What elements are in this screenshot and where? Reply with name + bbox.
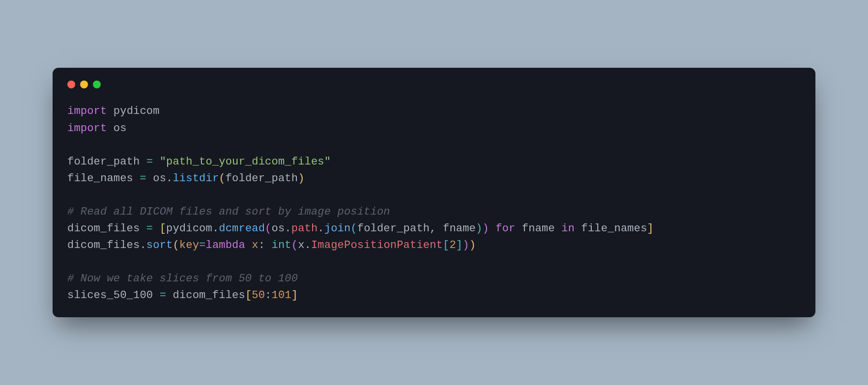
paren-open: ( bbox=[173, 239, 179, 251]
comment: # Read all DICOM files and sort by image… bbox=[67, 206, 390, 218]
traffic-lights bbox=[67, 81, 801, 88]
operator-equals: = bbox=[146, 222, 153, 235]
colon: : bbox=[265, 289, 271, 302]
bracket-close: ] bbox=[291, 289, 298, 302]
ident-dicom-files: dicom_files bbox=[166, 289, 245, 302]
colon: : bbox=[259, 239, 272, 251]
dot: . bbox=[166, 172, 173, 185]
code-block[interactable]: import pydicom import os folder_path = "… bbox=[67, 103, 801, 304]
attr-imageposition: ImagePositionPatient bbox=[311, 239, 443, 251]
dot: . bbox=[318, 222, 324, 235]
ident-pydicom: pydicom bbox=[166, 222, 212, 235]
module-pydicom: pydicom bbox=[114, 105, 160, 117]
arg-fname: fname bbox=[443, 222, 476, 235]
paren-open: ( bbox=[219, 172, 225, 185]
paren-open: ( bbox=[265, 222, 271, 235]
dot: . bbox=[212, 222, 219, 235]
paren-close: ) bbox=[298, 172, 304, 185]
ident-file-names: file_names bbox=[575, 222, 647, 235]
func-sort: sort bbox=[146, 239, 173, 251]
number-101: 101 bbox=[272, 289, 291, 302]
ident-os: os bbox=[272, 222, 285, 235]
var-dicom-files: dicom_files bbox=[67, 239, 140, 251]
param-key: key bbox=[179, 239, 199, 251]
bracket-open: [ bbox=[245, 289, 252, 302]
comment: # Now we take slices from 50 to 100 bbox=[67, 273, 298, 285]
number-2: 2 bbox=[449, 239, 456, 251]
module-os: os bbox=[114, 122, 127, 135]
minimize-icon[interactable] bbox=[80, 81, 88, 88]
var-file-names: file_names bbox=[67, 172, 140, 185]
ident-fname: fname bbox=[515, 222, 561, 235]
paren-close: ) bbox=[469, 239, 476, 251]
ident-x: x bbox=[298, 239, 304, 251]
keyword-for: for bbox=[495, 222, 515, 235]
bracket-open: [ bbox=[160, 222, 166, 235]
var-dicom-files: dicom_files bbox=[67, 222, 146, 235]
code-window: import pydicom import os folder_path = "… bbox=[53, 68, 815, 317]
maximize-icon[interactable] bbox=[93, 81, 101, 88]
keyword-lambda: lambda bbox=[205, 239, 245, 251]
keyword-import: import bbox=[67, 105, 107, 117]
comma: , bbox=[430, 222, 443, 235]
keyword-import: import bbox=[67, 122, 107, 135]
bracket-open: [ bbox=[443, 239, 449, 251]
attr-path: path bbox=[291, 222, 318, 235]
operator-equals: = bbox=[146, 156, 153, 168]
ident-os: os bbox=[146, 172, 166, 185]
dot: . bbox=[305, 239, 311, 251]
paren-close: ) bbox=[482, 222, 489, 235]
builtin-int: int bbox=[272, 239, 291, 251]
param-x: x bbox=[245, 239, 259, 251]
func-join: join bbox=[324, 222, 351, 235]
arg-folder-path: folder_path bbox=[357, 222, 430, 235]
func-dcmread: dcmread bbox=[219, 222, 265, 235]
keyword-in: in bbox=[561, 222, 575, 235]
close-icon[interactable] bbox=[67, 81, 75, 88]
paren-open: ( bbox=[350, 222, 357, 235]
operator-equals: = bbox=[140, 172, 146, 185]
paren-close: ) bbox=[476, 222, 482, 235]
var-folder-path: folder_path bbox=[67, 156, 146, 168]
func-listdir: listdir bbox=[173, 172, 219, 185]
dot: . bbox=[140, 239, 146, 251]
string-literal: "path_to_your_dicom_files" bbox=[153, 156, 331, 168]
var-slices: slices_50_100 bbox=[67, 289, 160, 302]
operator-equals: = bbox=[199, 239, 205, 251]
bracket-close: ] bbox=[456, 239, 463, 251]
number-50: 50 bbox=[252, 289, 265, 302]
paren-open: ( bbox=[291, 239, 298, 251]
bracket-close: ] bbox=[647, 222, 654, 235]
paren-close: ) bbox=[463, 239, 469, 251]
dot: . bbox=[285, 222, 291, 235]
arg-folder-path: folder_path bbox=[226, 172, 298, 185]
operator-equals: = bbox=[160, 289, 166, 302]
